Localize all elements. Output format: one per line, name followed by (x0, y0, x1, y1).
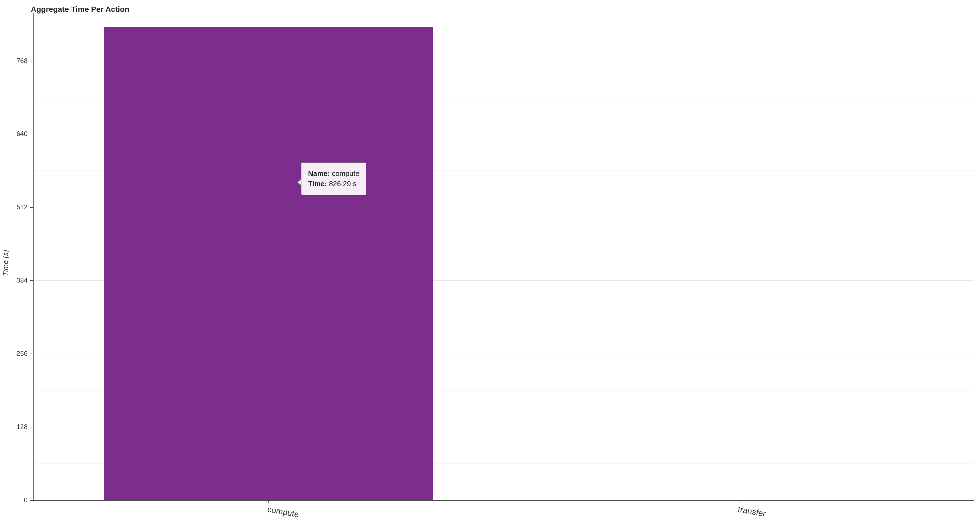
tooltip-row: Time: 826.29 s (308, 180, 359, 188)
x-tick (269, 500, 269, 504)
y-tick-label: 0 (0, 496, 27, 504)
tooltip: Name: compute Time: 826.29 s (301, 163, 366, 195)
x-tick-label: compute (267, 505, 299, 519)
y-tick-label: 384 (0, 276, 27, 284)
x-axis (33, 500, 974, 500)
y-tick (30, 354, 33, 354)
y-tick-label: 640 (0, 130, 27, 138)
y-tick (30, 500, 33, 500)
y-tick-label: 128 (0, 423, 27, 431)
bar-compute[interactable] (104, 27, 433, 500)
tooltip-time-label: Time: (308, 180, 327, 188)
tooltip-name-value: compute (332, 169, 360, 178)
y-axis-title: Time (s) (2, 250, 10, 276)
y-tick (30, 427, 33, 427)
tooltip-row: Name: compute (308, 169, 359, 178)
x-tick-label: transfer (737, 505, 766, 518)
y-axis (33, 13, 33, 500)
y-tick-label: 768 (0, 57, 27, 65)
y-tick (30, 134, 33, 134)
chart-container: Aggregate Time Per Action Time (s) 0 128… (0, 0, 980, 526)
x-tick (739, 500, 740, 504)
tooltip-name-label: Name: (308, 169, 330, 178)
tooltip-time-value: 826.29 s (329, 180, 356, 188)
y-tick-label: 256 (0, 350, 27, 357)
y-tick (30, 207, 33, 208)
y-tick (30, 281, 33, 281)
y-tick-label: 512 (0, 203, 27, 211)
y-tick (30, 61, 33, 61)
tooltip-caret-icon (297, 179, 301, 186)
